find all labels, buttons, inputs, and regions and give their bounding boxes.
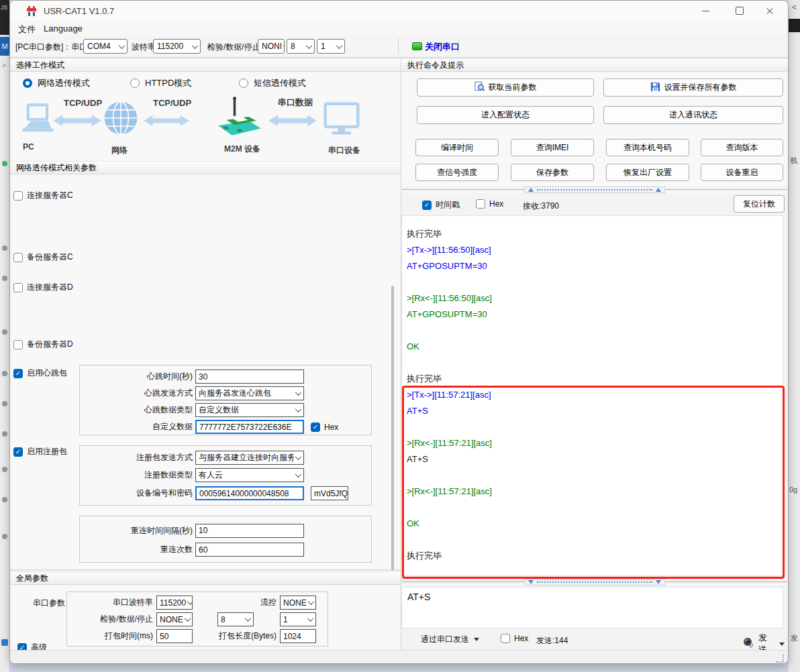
checkbox-enable-register[interactable]: 启用注册包 <box>13 446 67 457</box>
log-splitter[interactable] <box>402 186 787 193</box>
databits-select[interactable]: 8 <box>287 39 315 54</box>
gl-baud-select[interactable]: 115200 <box>156 596 193 610</box>
close-serial-button[interactable]: 关闭串口 <box>425 41 460 53</box>
enter-comm-state-button[interactable]: 进入通讯状态 <box>603 106 783 124</box>
reg-mode-select[interactable]: 与服务器建立连接时向服务 <box>195 451 304 465</box>
enter-config-state-button[interactable]: 进入配置状态 <box>417 106 594 124</box>
send-splitter[interactable] <box>402 579 787 585</box>
log-output-area[interactable]: 执行完毕 >[Tx->][11:56:50][asc] AT+GPOSUPTM=… <box>401 215 783 576</box>
close-button[interactable] <box>754 1 785 21</box>
dotted-line <box>537 581 652 583</box>
checkbox-icon <box>13 253 23 262</box>
query-imei-button[interactable]: 查询IMEI <box>511 139 594 156</box>
query-signal-button[interactable]: 查信号强度 <box>415 164 499 181</box>
serial-params-label: 串口参数 <box>33 598 65 609</box>
checkbox-log-hex[interactable]: Hex <box>476 199 503 209</box>
checkbox-timestamp[interactable]: 时间戳 <box>422 199 460 211</box>
status-dot <box>2 467 7 472</box>
log-line <box>407 355 783 371</box>
device-restart-button[interactable]: 设备重启 <box>701 164 783 181</box>
checkbox-hb-hex[interactable]: Hex <box>311 423 367 432</box>
button-label: 复位计数 <box>743 199 775 210</box>
sent-count: 发送:144 <box>536 635 568 647</box>
gl-databits-select[interactable]: 8 <box>217 612 254 626</box>
reg-id-input[interactable]: 00059614000000048508 <box>195 486 304 500</box>
compile-time-button[interactable]: 编译时间 <box>415 139 499 156</box>
close-icon <box>766 7 774 15</box>
work-mode-panel: 网络透传模式 HTTPD模式 短信透传模式 PC TCP/UDP 网络 TCP/… <box>10 72 401 161</box>
reg-type-select[interactable]: 有人云 <box>195 468 304 482</box>
set-save-all-params-button[interactable]: 设置并保存所有参数 <box>603 78 783 97</box>
radio-icon <box>130 78 140 88</box>
chevron-down-icon <box>295 471 302 478</box>
button-label: 进入通讯状态 <box>669 109 717 121</box>
menu-language[interactable]: Language <box>40 22 87 35</box>
send-sphere-icon <box>742 636 754 651</box>
menu-bar: 文件 Language <box>10 21 788 36</box>
reconnect-interval-input[interactable]: 10 <box>195 524 304 538</box>
send-text-input[interactable]: AT+S <box>401 587 783 628</box>
reset-count-button[interactable]: 复位计数 <box>734 195 785 213</box>
checkbox-backup-server-d[interactable]: 备份服务器D <box>13 339 73 350</box>
query-local-number-button[interactable]: 查询本机号码 <box>606 139 689 156</box>
hb-type-select[interactable]: 自定义数据 <box>195 403 304 417</box>
parity-select[interactable]: NONI <box>258 39 285 54</box>
checkbox-icon <box>13 191 23 201</box>
save-params-button[interactable]: 保存参数 <box>511 164 594 181</box>
chevron-down-icon <box>187 598 193 605</box>
toolbar-separator <box>398 38 399 54</box>
background-dark-block <box>789 19 800 32</box>
gl-packtime-input[interactable]: 50 <box>156 629 193 643</box>
resize-grip-icon[interactable] <box>776 655 784 663</box>
log-line: >[Tx->][11:57:21][asc] <box>407 387 783 403</box>
global-params-header: 全局参数 <box>10 571 401 585</box>
baud-select[interactable]: 115200 <box>153 39 201 54</box>
minimize-icon <box>702 11 709 11</box>
gl-flow-select[interactable]: NONE <box>280 596 316 610</box>
serial-params-groupbox: 串口波特率 115200 流控 NONE 检验/数据/停止 NONE 8 1 打… <box>66 592 328 647</box>
stopbits-select[interactable]: 1 <box>317 39 345 54</box>
chevron-right-icon: > <box>2 62 6 69</box>
checkbox-enable-heartbeat[interactable]: 启用心跳包 <box>13 368 67 379</box>
minimize-button[interactable] <box>691 1 721 21</box>
splitter-handle[interactable] <box>524 579 665 585</box>
divider <box>10 569 401 570</box>
checkbox-backup-server-c[interactable]: 备份服务器C <box>13 251 73 263</box>
triangle-up-icon <box>656 188 661 192</box>
splitter-handle[interactable] <box>524 186 665 193</box>
menu-file[interactable]: 文件 <box>14 22 40 37</box>
log-line <box>407 532 783 548</box>
button-label: 保存参数 <box>536 167 568 178</box>
hb-mode-select[interactable]: 向服务器发送心跳包 <box>195 386 304 400</box>
maximize-button[interactable] <box>724 1 754 21</box>
button-label: 查询IMEI <box>536 142 569 154</box>
gl-stopbits-select[interactable]: 1 <box>280 612 316 626</box>
net-params-panel: 连接服务器C 备份服务器C 连接服务器D 备份服务器D 启用心跳包 心跳时间(秒… <box>10 175 401 569</box>
log-line <box>407 274 783 290</box>
com-port-select[interactable]: COM4 <box>83 39 128 54</box>
left-panel-scrollbar[interactable] <box>391 286 394 571</box>
gl-parity-select[interactable]: NONE <box>156 612 193 626</box>
gl-packlen-input[interactable]: 1024 <box>280 629 316 643</box>
checkbox-send-hex[interactable]: Hex <box>501 634 528 643</box>
button-label: 设备重启 <box>726 167 758 178</box>
radio-sms-mode[interactable]: 短信透传模式 <box>239 77 306 89</box>
button-label: 查询本机号码 <box>623 142 672 154</box>
checkbox-connect-server-d[interactable]: 连接服务器D <box>13 282 73 293</box>
send-via-serial-dropdown[interactable]: 通过串口发送 <box>421 634 479 645</box>
radio-net-mode[interactable]: 网络透传模式 <box>23 77 90 89</box>
checkbox-icon <box>422 201 432 210</box>
status-dot <box>2 497 7 502</box>
chevron-down-icon <box>119 42 126 49</box>
query-version-button[interactable]: 查询版本 <box>701 139 783 156</box>
factory-reset-button[interactable]: 恢复出厂设置 <box>606 164 689 181</box>
get-current-params-button[interactable]: 获取当前参数 <box>417 78 594 97</box>
radio-httpd-mode[interactable]: HTTPD模式 <box>130 77 191 89</box>
checkbox-connect-server-c[interactable]: 连接服务器C <box>13 190 73 201</box>
checkbox-label: 备份服务器D <box>27 339 73 350</box>
hb-data-input[interactable]: 7777772E7573722E636E <box>195 420 304 434</box>
hb-time-input[interactable]: 30 <box>195 370 304 384</box>
reconnect-count-input[interactable]: 60 <box>195 543 304 557</box>
status-dot <box>2 245 7 251</box>
reg-password-input[interactable]: mVd5JfQ <box>311 486 348 500</box>
